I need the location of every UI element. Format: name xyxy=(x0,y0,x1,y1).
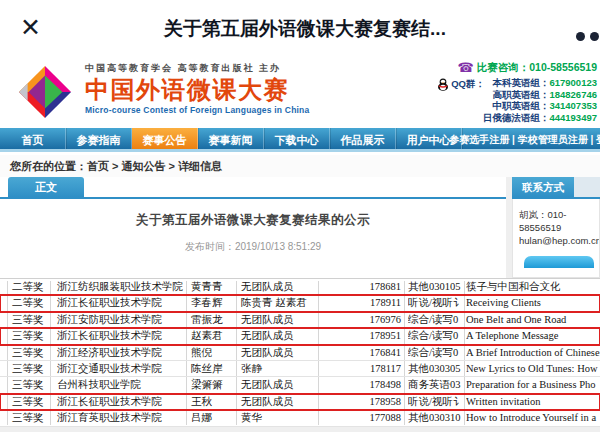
cell-entry-id: 178951 xyxy=(322,328,401,344)
page: ✕ 关于第五届外语微课大赛复赛结... 中国高等教育学会 高等教育出版社 主办 … xyxy=(0,0,600,432)
cell-school: 浙江经济职业技术学院 xyxy=(57,345,162,361)
cell-school: 浙江长征职业技术学院 xyxy=(57,394,162,410)
qq-group-number: 341407353 xyxy=(549,100,597,111)
article: 关于第五届外语微课大赛复赛结果的公示 发布时间：2019/10/13 8:51:… xyxy=(0,199,506,278)
site-title: 中国外语微课大赛 xyxy=(85,75,309,105)
cell-school: 浙江纺织服装职业技术学院 xyxy=(57,279,183,295)
qq-groups-label: QQ群： xyxy=(451,78,485,91)
nav-item[interactable]: 赛事新闻 xyxy=(198,128,264,152)
tab-contact-info: 联系方式 xyxy=(512,177,574,197)
cell-work-title: A Brief Introduction of Chinese xyxy=(466,345,600,361)
cell-school: 浙江长征职业技术学院 xyxy=(57,295,162,311)
cell-author: 黄青青 xyxy=(191,279,223,295)
cell-award: 三等奖 xyxy=(12,312,44,328)
cell-team: 无团队成员 xyxy=(241,328,294,344)
cell-entry-id: 178681 xyxy=(322,279,401,295)
contact-box: 胡岚：010-58556519 hulan@hep.com.cn xyxy=(512,199,600,278)
cell-work-title: One Belt and One Road xyxy=(466,312,600,328)
breadcrumb-label: 您所在的位置： xyxy=(10,160,87,172)
cell-entry-id: 176976 xyxy=(322,312,401,328)
phone-icon: ☎ xyxy=(458,60,474,75)
cell-award: 三等奖 xyxy=(12,394,44,410)
breadcrumb-path[interactable]: 首页 > 通知公告 > 详细信息 xyxy=(87,160,222,172)
cell-entry-id: 178117 xyxy=(322,361,401,377)
cell-award: 三等奖 xyxy=(12,410,44,426)
results-table: 二等奖 浙江纺织服装职业技术学院 黄青青 无团队成员 178681 其他0301… xyxy=(0,278,600,426)
cell-work-title: A Telephone Message xyxy=(466,328,600,344)
cell-category: 商务英语03 xyxy=(408,377,465,393)
page-title: 关于第五届外语微课大赛复赛结... xyxy=(60,0,550,56)
nav-item-label: 赛事新闻 xyxy=(209,134,253,146)
cell-award: 三等奖 xyxy=(12,345,44,361)
nav-item-label: 参赛指南 xyxy=(77,134,121,146)
cell-work-title: 筷子与中国和合文化 xyxy=(466,279,600,295)
cell-category: 综合/读写0 xyxy=(408,345,465,361)
qq-group-number: 444193497 xyxy=(549,112,597,123)
contact-email: hulan@hep.com.cn xyxy=(519,234,599,247)
nav-register-links-wrap: 参赛选手注册 | 学校管理员注册 | 登 xyxy=(449,128,600,152)
cell-entry-id: 178911 xyxy=(322,295,401,311)
cell-entry-id: 177088 xyxy=(322,410,401,426)
cell-category: 综合/读写0 xyxy=(408,328,465,344)
sidebar-tab-row: 联系方式 xyxy=(512,177,600,199)
nav-item[interactable]: 赛事公告 xyxy=(132,128,198,152)
cell-category: 听说/视听讠 xyxy=(408,394,465,410)
consult-line: ☎比赛咨询：010-58556519 xyxy=(367,60,597,75)
qq-group-name: 日俄德法语组： xyxy=(483,112,550,123)
cell-award: 二等奖 xyxy=(12,279,44,295)
site-subtitle: Micro-course Contest of Foreign Language… xyxy=(85,105,309,115)
cell-award: 二等奖 xyxy=(12,295,44,311)
content-area: 正文 关于第五届外语微课大赛复赛结果的公示 发布时间：2019/10/13 8:… xyxy=(0,177,600,432)
table-row: 二等奖 浙江长征职业技术学院 李春辉 陈贵青 赵素君 178911 听说/视听讠… xyxy=(0,295,600,311)
nav-item-label: 用户中心 xyxy=(407,134,451,146)
table-row: 三等奖 浙江安防职业技术学院 雷振龙 无团队成员 176976 综合/读写0 O… xyxy=(0,312,600,328)
table-rows: 二等奖 浙江纺织服装职业技术学院 黄青青 无团队成员 178681 其他0301… xyxy=(0,279,600,427)
cell-school: 浙江交通职业技术学院 xyxy=(57,361,162,377)
cell-team: 无团队成员 xyxy=(241,312,294,328)
site-logo-icon[interactable] xyxy=(16,63,74,125)
cell-entry-id: 178958 xyxy=(322,394,401,410)
table-row: 三等奖 浙江长征职业技术学院 王秋 无团队成员 178958 听说/视听讠 Wr… xyxy=(0,394,600,410)
cell-category: 其他030310 xyxy=(408,410,465,426)
cell-team: 陈贵青 赵素君 xyxy=(241,295,307,311)
register-links[interactable]: 参赛选手注册 | 学校管理员注册 | 登 xyxy=(449,128,600,152)
nav-item-label: 作品展示 xyxy=(341,134,385,146)
cell-author: 熊倪 xyxy=(191,345,212,361)
breadcrumb: 您所在的位置：首页 > 通知公告 > 详细信息 xyxy=(0,155,600,177)
nav-item[interactable]: 首页 xyxy=(0,128,66,152)
cell-award: 三等奖 xyxy=(12,377,44,393)
cell-author: 吕娜 xyxy=(191,410,212,426)
publish-time: 发布时间：2019/10/13 8:51:29 xyxy=(0,240,506,254)
cell-team: 无团队成员 xyxy=(241,394,294,410)
cell-school: 台州科技职业学院 xyxy=(57,377,141,393)
sponsor-line: 中国高等教育学会 高等教育出版社 主办 xyxy=(85,62,309,75)
cell-award: 三等奖 xyxy=(12,361,44,377)
cell-work-title: Receiving Clients xyxy=(466,295,600,311)
table-row: 三等奖 浙江交通职业技术学院 陈丝岸 张静 178117 其他030305 Ne… xyxy=(0,361,600,377)
table-row: 三等奖 浙江经济职业技术学院 熊倪 无团队成员 176841 综合/读写0 A … xyxy=(0,345,600,361)
qq-group-number: 184826746 xyxy=(549,89,597,100)
cell-author: 陈丝岸 xyxy=(191,361,223,377)
qq-group-line: 日俄德法语组：444193497 xyxy=(367,112,597,124)
site-header: 中国高等教育学会 高等教育出版社 主办 中国外语微课大赛 Micro-cours… xyxy=(0,56,600,128)
nav-item[interactable]: 作品展示 xyxy=(330,128,396,152)
cell-team: 黄华 xyxy=(241,410,262,426)
cell-team: 张静 xyxy=(241,361,262,377)
contact-qq-button[interactable] xyxy=(524,256,594,268)
nav-item-label: 赛事公告 xyxy=(143,134,187,146)
cell-author: 雷振龙 xyxy=(191,312,223,328)
qq-group-name: 本科英语组： xyxy=(492,77,549,88)
cell-author: 李春辉 xyxy=(191,295,223,311)
nav-item[interactable]: 下载中心 xyxy=(264,128,330,152)
topbar: ✕ 关于第五届外语微课大赛复赛结... xyxy=(0,0,600,56)
article-title: 关于第五届外语微课大赛复赛结果的公示 xyxy=(0,199,506,229)
close-icon[interactable]: ✕ xyxy=(20,13,41,41)
cell-work-title: How to Introduce Yourself in a xyxy=(466,410,600,426)
more-menu-icon[interactable] xyxy=(571,27,600,37)
qq-group-line: 中职英语组：341407353 xyxy=(367,100,597,112)
article-tab-row: 正文 xyxy=(0,177,506,199)
cell-entry-id: 178498 xyxy=(322,377,401,393)
cell-work-title: New Lyrics to Old Tunes: How xyxy=(466,361,600,377)
cell-team: 无团队成员 xyxy=(241,345,294,361)
nav-item[interactable]: 参赛指南 xyxy=(66,128,132,152)
